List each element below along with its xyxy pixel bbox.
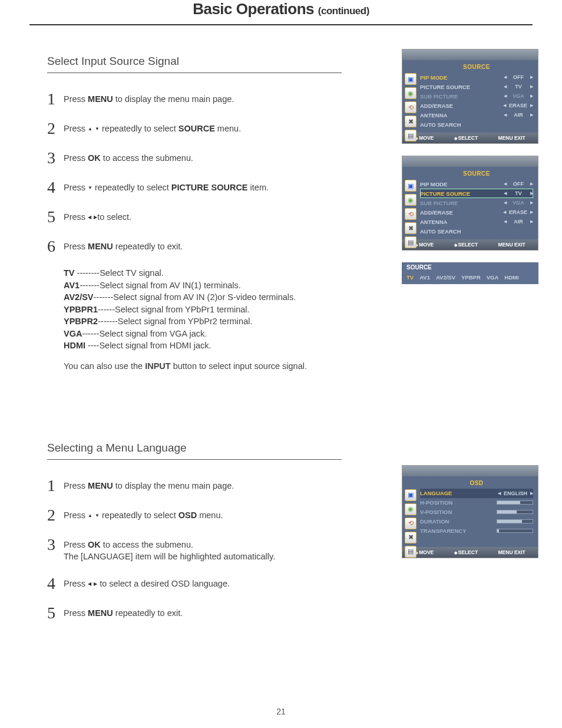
osd-value: VGA bbox=[510, 200, 527, 206]
step-text: Press to select a desired OSD language. bbox=[64, 575, 230, 590]
left-arrow-icon: ◀ bbox=[504, 191, 507, 196]
setup-tab-icon: ✖ bbox=[405, 116, 416, 127]
osd-row: LANGUAGE◀ENGLISH▶ bbox=[420, 489, 533, 498]
step-number: 3 bbox=[47, 150, 64, 166]
step-text: Press MENU to display the menu main page… bbox=[64, 477, 234, 492]
footer-move: MOVE bbox=[415, 549, 434, 555]
osd-stack-2: ▣◉⟲✖▤OSDLANGUAGE◀ENGLISH▶H-POSITIONV-POS… bbox=[402, 465, 538, 570]
osd-header bbox=[402, 50, 538, 60]
osd-footer: MOVESELECTMENU EXIT bbox=[402, 239, 538, 250]
section-select-input: Select Input Source Signal 1Press MENU t… bbox=[47, 55, 538, 371]
signal-item: VGA------Select signal from VGA jack. bbox=[64, 328, 538, 340]
up-arrow-icon bbox=[88, 126, 92, 133]
osd-label: SUB PICTURE bbox=[420, 93, 458, 100]
step-number: 4 bbox=[47, 575, 64, 592]
right-arrow-icon: ▶ bbox=[530, 182, 533, 186]
osd-row: AUTO SEARCH bbox=[420, 120, 533, 129]
osd-tab-icon: ▤ bbox=[405, 236, 416, 248]
osd-footer: MOVESELECTMENU EXIT bbox=[402, 133, 538, 143]
step-text: Press MENU to display the menu main page… bbox=[64, 91, 234, 106]
step-text: Press repeatedly to select OSD menu. bbox=[64, 507, 223, 522]
audio-tab-icon: ◉ bbox=[405, 194, 416, 206]
step-text: Press repeatedly to select PICTURE SOURC… bbox=[64, 179, 269, 194]
source-bar-item: AV1 bbox=[419, 274, 430, 281]
osd-label: DURATION bbox=[420, 518, 449, 525]
osd-label: PICTURE SOURCE bbox=[420, 84, 470, 90]
picture-tab-icon: ▣ bbox=[405, 180, 416, 192]
right-arrow-icon: ▶ bbox=[530, 219, 533, 224]
audio-tab-icon: ◉ bbox=[405, 503, 416, 515]
left-arrow-icon: ◀ bbox=[498, 491, 501, 496]
step-number: 5 bbox=[47, 209, 64, 225]
slider bbox=[497, 500, 533, 505]
osd-row: AUTO SEARCH bbox=[420, 226, 533, 236]
osd-footer: MOVESELECTMENU EXIT bbox=[402, 547, 538, 558]
osd-label: PICTURE SOURCE bbox=[420, 190, 470, 197]
osd-row: PICTURE SOURCE◀TV▶ bbox=[420, 189, 533, 198]
signal-item: YPBPR2-------Select signal from YPbPr2 t… bbox=[64, 316, 538, 328]
osd-row: V-POSITION bbox=[420, 508, 533, 517]
source-bar: SOURCETVAV1AV2/SVYPBPRVGAHDMI bbox=[402, 262, 538, 284]
footer-exit: MENU EXIT bbox=[498, 135, 525, 141]
down-arrow-icon bbox=[88, 185, 92, 192]
signal-item: YPBPR1------Select signal from YPbPr1 te… bbox=[64, 304, 538, 316]
osd-title: OSD bbox=[420, 480, 533, 486]
osd-row: PICTURE SOURCE◀TV▶ bbox=[420, 82, 533, 91]
osd-value: VGA bbox=[510, 93, 527, 99]
step-text: Press MENU repeatedly to exit. bbox=[64, 238, 183, 253]
left-arrow-icon bbox=[88, 581, 91, 588]
section-menu-language: Selecting a Menu Language 1Press MENU to… bbox=[47, 442, 538, 621]
osd-row: SUB PICTURE◀VGA▶ bbox=[420, 91, 533, 101]
section1-divider bbox=[47, 73, 342, 73]
osd-row: ANTENNA◀AIR▶ bbox=[420, 217, 533, 226]
osd-label: TRANSPARENCY bbox=[420, 528, 466, 534]
osd-tab-icon: ▤ bbox=[405, 130, 416, 141]
step-text: Press OK to access the submenu.The [LANG… bbox=[64, 536, 275, 562]
osd-value: OFF bbox=[510, 181, 527, 187]
osd-header bbox=[402, 466, 538, 476]
footer-select: SELECT bbox=[454, 242, 478, 248]
right-arrow-icon: ▶ bbox=[530, 491, 533, 496]
section2-divider bbox=[47, 459, 342, 460]
down-arrow-icon bbox=[95, 513, 100, 519]
osd-label: ADD/ERASE bbox=[420, 103, 453, 109]
footer-select: SELECT bbox=[454, 135, 478, 141]
left-arrow-icon: ◀ bbox=[503, 103, 506, 108]
source-bar-item: VGA bbox=[487, 274, 499, 281]
final-note: You can also use the INPUT button to sel… bbox=[64, 361, 538, 371]
right-arrow-icon: ▶ bbox=[530, 94, 533, 98]
osd-tab-icons: ▣◉⟲✖▤ bbox=[405, 180, 416, 248]
left-arrow-icon bbox=[88, 215, 91, 221]
left-arrow-icon: ◀ bbox=[504, 84, 507, 89]
step-text: Press MENU repeatedly to exit. bbox=[64, 605, 183, 620]
osd-label: ANTENNA bbox=[420, 219, 447, 225]
picture-tab-icon: ▣ bbox=[405, 489, 416, 501]
footer-select: SELECT bbox=[454, 549, 478, 555]
osd-title: SOURCE bbox=[420, 64, 533, 70]
osd-value: AIR bbox=[510, 112, 527, 118]
footer-move: MOVE bbox=[415, 242, 434, 248]
osd-label: PIP MODE bbox=[420, 181, 447, 187]
osd-value: OFF bbox=[510, 74, 527, 80]
setup-tab-icon: ✖ bbox=[405, 532, 416, 543]
osd-source-1: ▣◉⟲✖▤SOURCEPIP MODE◀OFF▶PICTURE SOURCE◀T… bbox=[402, 49, 538, 144]
right-arrow-icon: ▶ bbox=[530, 191, 533, 196]
osd-row: H-POSITION bbox=[420, 498, 533, 508]
osd-body: ▣◉⟲✖▤SOURCEPIP MODE◀OFF▶PICTURE SOURCE◀T… bbox=[402, 167, 538, 239]
osd-label: SUB PICTURE bbox=[420, 200, 458, 206]
osd-value: AIR bbox=[510, 219, 527, 225]
source-bar-row: TVAV1AV2/SVYPBPRVGAHDMI bbox=[402, 272, 538, 284]
section2-steps: 1Press MENU to display the menu main pag… bbox=[47, 477, 365, 621]
osd-tab-icons: ▣◉⟲✖▤ bbox=[405, 73, 416, 141]
setup-tab-icon: ✖ bbox=[405, 222, 416, 234]
source-bar-title: SOURCE bbox=[402, 262, 538, 272]
up-arrow-icon bbox=[88, 513, 92, 519]
osd-label: LANGUAGE bbox=[420, 490, 452, 496]
osd-row: TRANSPARENCY bbox=[420, 526, 533, 536]
step-number: 6 bbox=[47, 238, 64, 255]
left-arrow-icon: ◀ bbox=[504, 200, 507, 205]
source-bar-item: HDMI bbox=[504, 274, 518, 281]
osd-label: AUTO SEARCH bbox=[420, 228, 461, 235]
footer-exit: MENU EXIT bbox=[498, 242, 525, 248]
osd-label: V-POSITION bbox=[420, 509, 452, 515]
